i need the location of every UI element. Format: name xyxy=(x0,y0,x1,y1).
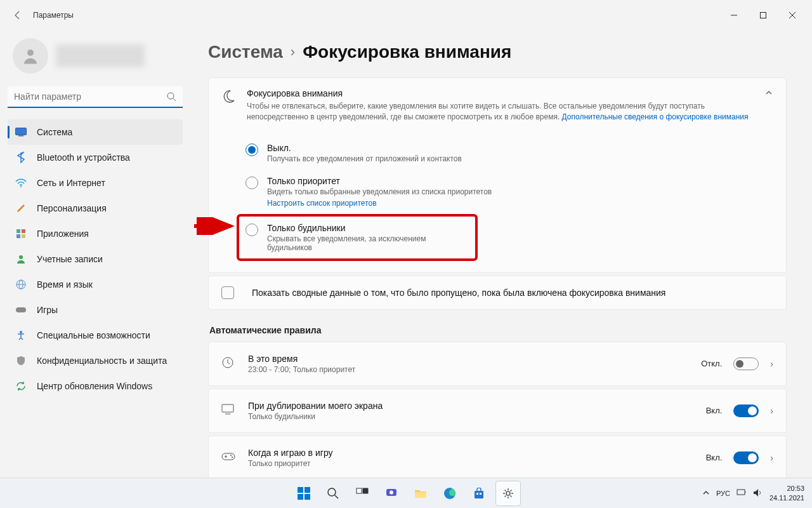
sidebar-item-privacy[interactable]: Конфиденциальность и защита xyxy=(8,348,183,373)
sidebar-item-network[interactable]: Сеть и Интернет xyxy=(8,170,183,196)
svg-rect-32 xyxy=(298,494,303,500)
radio-off[interactable]: Выкл.Получать все уведомления от приложе… xyxy=(246,137,773,170)
svg-point-34 xyxy=(328,488,336,496)
globe-icon xyxy=(15,279,27,290)
avatar-icon xyxy=(13,38,48,74)
sidebar-item-gaming[interactable]: Игры xyxy=(8,297,183,323)
rule-gaming[interactable]: Когда я играю в игруТолько приоритет Вкл… xyxy=(208,436,787,478)
minimize-button[interactable] xyxy=(719,5,749,25)
sidebar-item-label: Центр обновления Windows xyxy=(37,381,152,391)
task-view-button[interactable] xyxy=(350,481,375,506)
summary-checkbox-row[interactable]: Показать сводные данные о том, что было … xyxy=(209,276,786,309)
sidebar-item-accessibility[interactable]: Специальные возможности xyxy=(8,323,183,348)
tray-clock[interactable]: 20:53 24.11.2021 xyxy=(769,484,804,502)
brush-icon xyxy=(15,203,27,214)
chevron-up-icon[interactable] xyxy=(764,88,773,99)
toggle-switch[interactable] xyxy=(733,358,759,370)
chevron-right-icon[interactable]: › xyxy=(770,406,773,416)
profile-name xyxy=(56,44,145,67)
tray-chevron-up-icon[interactable] xyxy=(702,489,710,498)
chevron-right-icon[interactable]: › xyxy=(770,453,773,463)
tray-volume-icon[interactable] xyxy=(753,488,763,498)
sidebar: Система Bluetooth и устройства Сеть и Ин… xyxy=(0,30,190,478)
breadcrumb-parent[interactable]: Система xyxy=(208,42,283,62)
radio-alarms[interactable]: Только будильникиСкрывать все уведомлени… xyxy=(246,222,469,253)
radio-button[interactable] xyxy=(246,144,258,156)
svg-point-14 xyxy=(19,255,23,259)
explorer-button[interactable] xyxy=(408,481,433,506)
apps-icon xyxy=(15,228,27,239)
user-icon xyxy=(15,253,27,265)
edge-button[interactable] xyxy=(437,481,462,506)
svg-rect-12 xyxy=(16,234,20,238)
breadcrumb-current: Фокусировка внимания xyxy=(303,42,511,62)
update-icon xyxy=(15,380,27,392)
checkbox[interactable] xyxy=(221,286,234,299)
focus-desc: Чтобы не отвлекаться, выберите, какие ув… xyxy=(247,101,753,123)
svg-point-4 xyxy=(27,50,34,56)
svg-rect-42 xyxy=(475,491,483,498)
gamepad-icon xyxy=(15,304,27,316)
rule-time[interactable]: В это время23:00 - 7:00; Только приорите… xyxy=(208,342,787,386)
radio-button[interactable] xyxy=(246,224,258,236)
chat-button[interactable] xyxy=(379,481,404,506)
taskbar: РУС 20:53 24.11.2021 xyxy=(0,478,812,508)
tray-network-icon[interactable] xyxy=(737,488,747,498)
svg-line-6 xyxy=(173,98,176,101)
svg-rect-30 xyxy=(298,487,303,493)
summary-card: Показать сводные данные о том, что было … xyxy=(208,276,787,310)
tray-language[interactable]: РУС xyxy=(716,490,730,497)
svg-rect-10 xyxy=(16,229,20,233)
settings-taskbar-button[interactable] xyxy=(495,481,521,506)
svg-rect-43 xyxy=(476,493,478,495)
radio-priority[interactable]: Только приоритетВидеть только выбранные … xyxy=(246,170,773,214)
taskbar-search-button[interactable] xyxy=(320,481,346,506)
search-box[interactable] xyxy=(8,86,183,108)
toggle-switch[interactable] xyxy=(733,451,759,464)
store-button[interactable] xyxy=(466,481,492,506)
focus-assist-card: Фокусировка внимания Чтобы не отвлекатьс… xyxy=(208,77,787,273)
maximize-button[interactable] xyxy=(749,5,778,25)
svg-point-19 xyxy=(20,331,22,333)
svg-rect-18 xyxy=(16,307,26,312)
toggle-switch[interactable] xyxy=(733,404,759,417)
svg-rect-11 xyxy=(22,229,25,233)
gamepad-icon xyxy=(221,452,237,464)
sidebar-item-accounts[interactable]: Учетные записи xyxy=(8,246,183,272)
rule-duplicate-screen[interactable]: При дублировании моего экранаТолько буди… xyxy=(208,389,787,433)
search-input[interactable] xyxy=(8,86,183,108)
profile-block[interactable] xyxy=(8,30,183,86)
sidebar-item-label: Персонализация xyxy=(37,203,107,213)
svg-point-45 xyxy=(506,491,510,495)
learn-more-link[interactable]: Дополнительные сведения о фокусировке вн… xyxy=(562,112,749,121)
clock-icon xyxy=(221,356,237,371)
svg-rect-13 xyxy=(22,234,25,238)
sidebar-item-apps[interactable]: Приложения xyxy=(8,221,183,246)
chevron-right-icon[interactable]: › xyxy=(770,359,773,369)
svg-rect-44 xyxy=(480,493,481,495)
radio-button[interactable] xyxy=(246,177,258,189)
accessibility-icon xyxy=(15,330,27,341)
back-button[interactable] xyxy=(5,3,30,28)
sidebar-item-update[interactable]: Центр обновления Windows xyxy=(8,373,183,399)
priority-list-link[interactable]: Настроить список приоритетов xyxy=(267,199,492,208)
svg-rect-40 xyxy=(415,492,426,498)
close-button[interactable] xyxy=(778,5,807,25)
bluetooth-icon xyxy=(15,152,27,163)
svg-rect-37 xyxy=(363,488,368,493)
sidebar-item-label: Приложения xyxy=(37,229,89,239)
sidebar-item-personalization[interactable]: Персонализация xyxy=(8,196,183,221)
breadcrumb: Система › Фокусировка внимания xyxy=(208,30,787,77)
svg-rect-23 xyxy=(222,453,235,460)
moon-icon xyxy=(221,88,235,106)
svg-rect-33 xyxy=(304,494,310,500)
svg-point-25 xyxy=(232,457,233,458)
sidebar-item-label: Bluetooth и устройства xyxy=(37,152,130,163)
highlight-annotation: Только будильникиСкрывать все уведомлени… xyxy=(237,214,478,261)
svg-point-24 xyxy=(230,455,232,456)
sidebar-item-time[interactable]: Время и язык xyxy=(8,272,183,297)
sidebar-item-bluetooth[interactable]: Bluetooth и устройства xyxy=(8,145,183,170)
sidebar-item-system[interactable]: Система xyxy=(8,119,183,145)
wifi-icon xyxy=(15,177,27,189)
start-button[interactable] xyxy=(291,481,317,506)
